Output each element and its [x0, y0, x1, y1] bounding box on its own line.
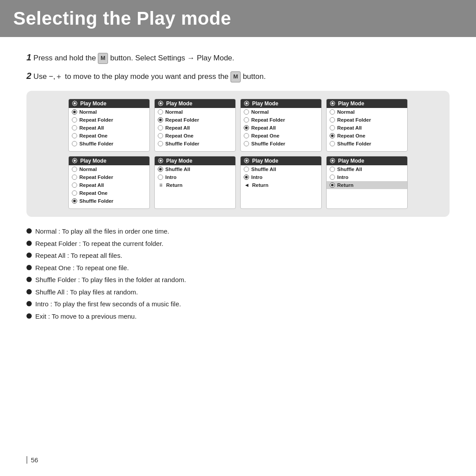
row-label: Shuffle All	[251, 167, 276, 172]
row-label: Shuffle All	[165, 167, 190, 172]
row-icon: ≡	[158, 182, 164, 188]
panel-menu-row: Repeat One	[69, 189, 149, 197]
bullet-item: Repeat Folder : To repeat the current fo…	[26, 239, 450, 249]
row-label: Return	[252, 182, 268, 188]
row-label: Normal	[251, 109, 269, 115]
panel-menu-row: Repeat All	[69, 181, 149, 189]
gear-icon	[72, 158, 78, 164]
row-label: Shuffle Folder	[165, 141, 199, 146]
menu-panel: Play ModeNormalRepeat FolderRepeat AllRe…	[326, 99, 408, 152]
panel-header-label: Play Mode	[166, 158, 192, 164]
panel-header-label: Play Mode	[166, 100, 192, 107]
step-2-btn: M	[231, 71, 241, 82]
bullet-circle	[26, 228, 32, 234]
menu-panel: Play ModeNormalRepeat FolderRepeat AllRe…	[154, 99, 236, 152]
row-label: Shuffle Folder	[251, 141, 285, 146]
panel-menu-row: Repeat Folder	[327, 116, 407, 124]
row-label: Shuffle All	[337, 167, 362, 172]
panel-menu-row: Repeat Folder	[155, 116, 235, 124]
gear-icon	[158, 158, 164, 164]
page-header: Selecting the Play mode	[0, 0, 476, 37]
panel-menu-row: Repeat All	[155, 124, 235, 132]
radio-button	[72, 182, 77, 188]
menu-panel: Play ModeNormalRepeat FolderRepeat AllRe…	[240, 99, 322, 152]
panel-header-label: Play Mode	[80, 100, 106, 107]
radio-button	[244, 167, 249, 172]
radio-button	[158, 141, 163, 146]
row-label: Shuffle Folder	[337, 141, 371, 146]
step-1-num: 1	[26, 52, 31, 62]
bullet-circle	[26, 277, 32, 282]
bullet-circle	[26, 313, 32, 319]
gear-icon	[330, 100, 336, 107]
radio-button	[158, 133, 163, 138]
panel-header-label: Play Mode	[252, 158, 278, 164]
radio-button	[72, 125, 77, 130]
row-icon: ◄	[244, 182, 250, 188]
bullet-text: Intro : To play the first few seconds of…	[35, 299, 181, 309]
radio-button	[244, 117, 249, 123]
radio-button	[72, 190, 77, 196]
row-label: Repeat Folder	[337, 117, 371, 123]
step-1-btn: M	[98, 53, 108, 64]
panel-menu-row: Repeat One	[155, 132, 235, 140]
row-label: Repeat One	[79, 190, 108, 196]
main-content: 1 Press and hold the M button. Select Se…	[0, 37, 476, 332]
row-label: Repeat One	[79, 133, 108, 138]
radio-button	[330, 167, 335, 172]
svg-point-1	[74, 102, 76, 104]
panel-header: Play Mode	[155, 156, 235, 165]
bullet-circle	[26, 301, 32, 306]
svg-point-7	[331, 102, 334, 104]
step-1: 1 Press and hold the M button. Select Se…	[26, 50, 450, 64]
bullet-circle	[26, 289, 32, 294]
row-label: Normal	[337, 109, 355, 115]
panel-menu-row: Normal	[327, 108, 407, 116]
svg-point-11	[160, 160, 162, 162]
bullet-text: Repeat All : To repeat all files.	[35, 251, 122, 261]
panel-menu-row: Repeat All	[241, 124, 321, 132]
row-label: Shuffle Folder	[79, 141, 113, 146]
panel-menu-row: Normal	[155, 108, 235, 116]
panel-menu-row: Intro	[241, 173, 321, 181]
radio-button	[244, 125, 249, 130]
panels-row-1: Play ModeNormalRepeat FolderRepeat AllRe…	[33, 99, 443, 152]
radio-button	[72, 133, 77, 138]
bullet-item: Shuffle All : To play files at random.	[26, 287, 450, 298]
radio-button	[330, 109, 335, 115]
radio-button	[158, 175, 163, 180]
radio-button	[330, 117, 335, 123]
panel-menu-row: Shuffle Folder	[69, 140, 149, 148]
row-label: Normal	[165, 109, 183, 115]
row-label: Return	[337, 182, 353, 188]
bullet-text: Repeat Folder : To repeat the current fo…	[35, 239, 164, 249]
panel-header: Play Mode	[69, 156, 149, 165]
gear-icon	[158, 100, 164, 107]
panel-header: Play Mode	[327, 99, 407, 108]
row-label: Repeat Folder	[165, 117, 199, 123]
bullet-list: Normal : To play all the files in order …	[26, 227, 450, 321]
panel-header: Play Mode	[155, 99, 235, 108]
panel-menu-row: Shuffle Folder	[69, 197, 149, 205]
radio-button	[72, 167, 77, 172]
row-label: Repeat One	[337, 133, 365, 138]
panel-header-label: Play Mode	[252, 100, 278, 107]
panel-menu-row: Intro	[155, 173, 235, 181]
menu-panel: Play ModeNormalRepeat FolderRepeat AllRe…	[68, 99, 150, 152]
panel-menu-row: Shuffle Folder	[327, 140, 407, 148]
radio-button	[158, 117, 163, 123]
row-label: Repeat Folder	[79, 117, 113, 123]
radio-button	[72, 175, 77, 180]
bullet-circle	[26, 265, 32, 270]
bullet-item: Normal : To play all the files in order …	[26, 227, 450, 237]
panel-menu-row: Repeat Folder	[241, 116, 321, 124]
bullet-item: Repeat One : To repeat one file.	[26, 263, 450, 273]
panel-menu-row: Repeat All	[327, 124, 407, 132]
bullet-item: Intro : To play the first few seconds of…	[26, 299, 450, 309]
panel-header: Play Mode	[241, 99, 321, 108]
row-label: Repeat One	[251, 133, 279, 138]
radio-button	[72, 198, 77, 204]
panel-menu-row: Return	[327, 181, 407, 189]
bullet-circle	[26, 253, 32, 258]
bullet-text: Exit : To move to a previous menu.	[35, 312, 137, 322]
